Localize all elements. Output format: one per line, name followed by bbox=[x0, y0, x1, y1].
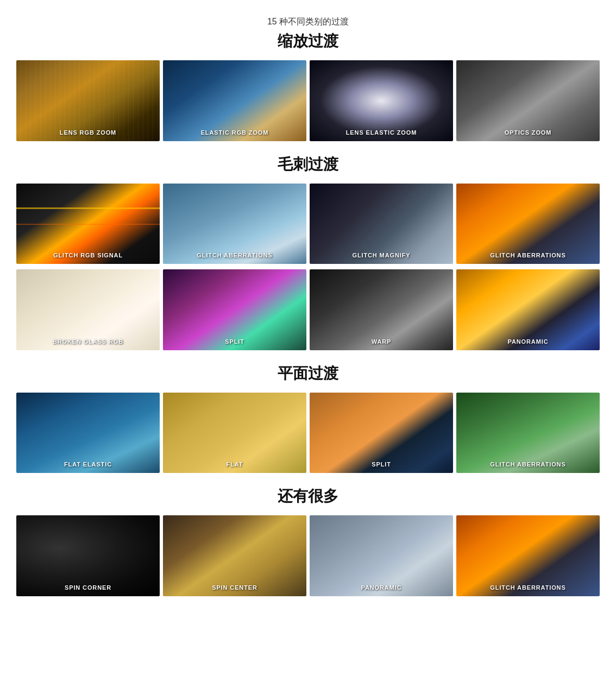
thumbnail-card[interactable]: ELASTIC RGB ZOOM bbox=[163, 60, 306, 141]
card-label: PANORAMIC bbox=[310, 584, 453, 591]
thumbnail-card[interactable]: OPTICS ZOOM bbox=[456, 60, 600, 141]
grid-glitch-1: BROKEN GLASS RGBSPLITWARPPANORAMIC bbox=[16, 269, 600, 350]
thumbnail-card[interactable]: GLITCH RGB SIGNAL bbox=[16, 184, 160, 264]
section-zoom: 缩放过渡LENS RGB ZOOMELASTIC RGB ZOOMLENS EL… bbox=[16, 31, 600, 141]
card-label: FLAT bbox=[163, 461, 306, 468]
grid-zoom-0: LENS RGB ZOOMELASTIC RGB ZOOMLENS ELASTI… bbox=[16, 60, 600, 141]
card-label: GLITCH ABERRATIONS bbox=[456, 584, 600, 591]
card-label: GLITCH ABERRATIONS bbox=[456, 252, 600, 258]
card-label: LENS ELASTIC ZOOM bbox=[310, 129, 453, 136]
card-label: SPLIT bbox=[310, 461, 453, 468]
page-subtitle: 15 种不同类别的过渡 bbox=[16, 16, 600, 28]
card-label: OPTICS ZOOM bbox=[456, 129, 600, 136]
card-label: PANORAMIC bbox=[456, 338, 600, 345]
thumbnail-card[interactable]: GLITCH ABERRATIONS bbox=[456, 393, 600, 474]
card-label: ELASTIC RGB ZOOM bbox=[163, 129, 306, 136]
thumbnail-card[interactable]: SPLIT bbox=[310, 393, 453, 474]
section-more: 还有很多SPIN CORNERSPIN CENTERPANORAMICGLITC… bbox=[16, 486, 600, 596]
section-title-glitch: 毛刺过渡 bbox=[16, 154, 600, 175]
card-label: GLITCH RGB SIGNAL bbox=[16, 252, 160, 258]
section-flat: 平面过渡FLAT ELASTICFLATSPLITGLITCH ABERRATI… bbox=[16, 363, 600, 474]
thumbnail-card[interactable]: SPIN CENTER bbox=[163, 515, 306, 596]
thumbnail-card[interactable]: WARP bbox=[310, 269, 453, 350]
section-title-more: 还有很多 bbox=[16, 486, 600, 507]
grid-flat-0: FLAT ELASTICFLATSPLITGLITCH ABERRATIONS bbox=[16, 393, 600, 474]
thumbnail-card[interactable]: SPIN CORNER bbox=[16, 515, 160, 596]
grid-glitch-0: GLITCH RGB SIGNALGLITCH ABERRATIONSGLITC… bbox=[16, 184, 600, 264]
section-glitch: 毛刺过渡GLITCH RGB SIGNALGLITCH ABERRATIONSG… bbox=[16, 154, 600, 350]
card-label: SPLIT bbox=[163, 338, 306, 345]
thumbnail-card[interactable]: SPLIT bbox=[163, 269, 306, 350]
thumbnail-card[interactable]: PANORAMIC bbox=[456, 269, 600, 350]
page-container: 15 种不同类别的过渡 缩放过渡LENS RGB ZOOMELASTIC RGB… bbox=[0, 0, 616, 620]
card-label: LENS RGB ZOOM bbox=[16, 129, 160, 136]
card-label: FLAT ELASTIC bbox=[16, 461, 160, 468]
grid-more-0: SPIN CORNERSPIN CENTERPANORAMICGLITCH AB… bbox=[16, 515, 600, 596]
section-title-flat: 平面过渡 bbox=[16, 363, 600, 384]
card-label: GLITCH MAGNIFY bbox=[310, 252, 453, 258]
thumbnail-card[interactable]: GLITCH ABERRATIONS bbox=[163, 184, 306, 264]
thumbnail-card[interactable]: LENS ELASTIC ZOOM bbox=[310, 60, 453, 141]
thumbnail-card[interactable]: PANORAMIC bbox=[310, 515, 453, 596]
thumbnail-card[interactable]: FLAT ELASTIC bbox=[16, 393, 160, 474]
card-label: BROKEN GLASS RGB bbox=[16, 338, 160, 345]
thumbnail-card[interactable]: GLITCH MAGNIFY bbox=[310, 184, 453, 264]
thumbnail-card[interactable]: BROKEN GLASS RGB bbox=[16, 269, 160, 350]
card-label: GLITCH ABERRATIONS bbox=[456, 461, 600, 468]
thumbnail-card[interactable]: GLITCH ABERRATIONS bbox=[456, 184, 600, 264]
card-label: SPIN CENTER bbox=[163, 584, 306, 591]
card-label: SPIN CORNER bbox=[16, 584, 160, 591]
section-title-zoom: 缩放过渡 bbox=[16, 31, 600, 52]
thumbnail-card[interactable]: GLITCH ABERRATIONS bbox=[456, 515, 600, 596]
card-label: WARP bbox=[310, 338, 453, 345]
card-label: GLITCH ABERRATIONS bbox=[163, 252, 306, 258]
thumbnail-card[interactable]: FLAT bbox=[163, 393, 306, 474]
thumbnail-card[interactable]: LENS RGB ZOOM bbox=[16, 60, 160, 141]
